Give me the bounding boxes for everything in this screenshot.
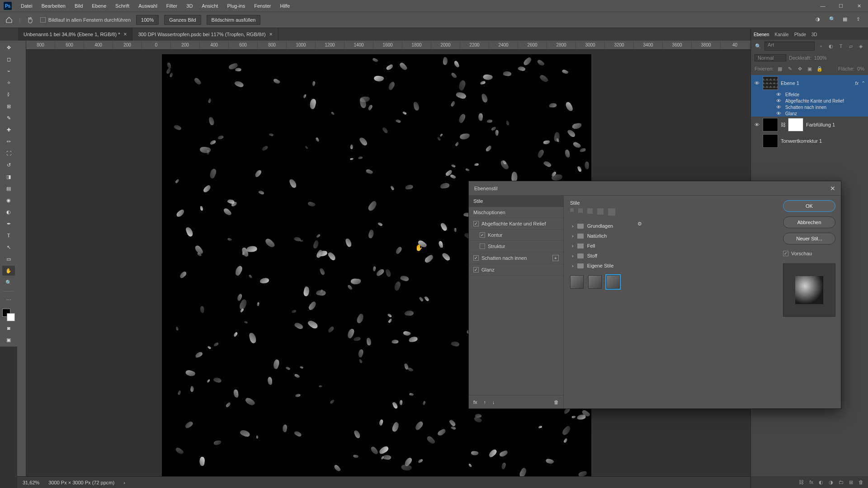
size-large-icon[interactable] xyxy=(597,208,604,215)
workspace-icon[interactable]: ▦ xyxy=(843,16,850,23)
type-tool-icon[interactable]: T xyxy=(2,230,15,240)
search-icon[interactable]: 🔍 xyxy=(829,16,836,23)
status-zoom[interactable]: 31,62% xyxy=(23,480,39,485)
eyedropper-tool-icon[interactable]: ✎ xyxy=(2,113,15,123)
menu-bild[interactable]: Bild xyxy=(70,1,87,10)
quickmask-icon[interactable]: ◙ xyxy=(2,323,15,333)
lasso-tool-icon[interactable]: ⌁ xyxy=(2,66,15,76)
fx-satin-row[interactable]: 👁Glanz xyxy=(751,110,868,117)
fx-bevel-row[interactable]: 👁Abgeflachte Kante und Relief xyxy=(751,98,868,104)
window-maximize-icon[interactable]: ☐ xyxy=(832,0,850,12)
doc-tab-2[interactable]: 300 DPI Wassertropfen.psdc bei 117% (Tro… xyxy=(132,28,278,41)
layer-name[interactable]: Farbfüllung 1 xyxy=(806,122,865,127)
link-layers-icon[interactable]: ⛓ xyxy=(799,479,804,485)
tab-kanaele[interactable]: Kanäle xyxy=(774,32,788,37)
styles-menu-icon[interactable]: ⚙ xyxy=(637,221,642,227)
bevel-item[interactable]: ✓Abgeflachte Kante und Relief xyxy=(469,218,563,230)
size-med1-icon[interactable] xyxy=(578,208,583,213)
layer-farbfuellung[interactable]: 👁 ⛓ Farbfüllung 1 xyxy=(751,117,868,133)
lock-artboard-icon[interactable]: ▣ xyxy=(806,65,813,72)
satin-item[interactable]: ✓Glanz xyxy=(469,264,563,276)
filter-adjust-icon[interactable]: ◐ xyxy=(827,42,835,50)
style-preset-3[interactable] xyxy=(606,275,620,289)
path-tool-icon[interactable]: ↖ xyxy=(2,242,15,252)
close-tab-icon[interactable]: × xyxy=(269,31,273,38)
dodge-tool-icon[interactable]: ◐ xyxy=(2,207,15,217)
size-xl-icon[interactable] xyxy=(608,208,615,216)
folder-stoff[interactable]: ›Stoff xyxy=(570,251,771,261)
blend-mode-select[interactable]: Normal xyxy=(755,54,786,61)
menu-hilfe[interactable]: Hilfe xyxy=(275,1,294,10)
mask-link-icon[interactable]: ⛓ xyxy=(781,122,785,127)
fill-screen-button[interactable]: Bildschirm ausfüllen xyxy=(207,15,261,25)
blur-tool-icon[interactable]: ◉ xyxy=(2,195,15,205)
window-minimize-icon[interactable]: — xyxy=(814,0,832,12)
home-icon[interactable] xyxy=(5,15,14,24)
tab-3d[interactable]: 3D xyxy=(811,32,817,37)
styles-header[interactable]: Stile xyxy=(469,196,563,207)
zoom-tool-icon[interactable]: 🔍 xyxy=(2,277,15,287)
move-up-icon[interactable]: ↑ xyxy=(484,399,486,405)
move-tool-icon[interactable]: ✥ xyxy=(2,42,15,52)
shape-tool-icon[interactable]: ▭ xyxy=(2,254,15,264)
layer-thumbnail[interactable] xyxy=(763,76,778,90)
texture-item[interactable]: Struktur xyxy=(469,241,563,252)
lock-all-icon[interactable]: 🔒 xyxy=(816,65,823,72)
ok-button[interactable]: OK xyxy=(783,200,835,212)
folder-grundlagen[interactable]: ›Grundlagen xyxy=(570,221,771,231)
color-swatches[interactable] xyxy=(2,309,15,321)
tab-ebenen[interactable]: Ebenen xyxy=(754,32,769,37)
menu-fenster[interactable]: Fenster xyxy=(250,1,275,10)
dialog-titlebar[interactable]: Ebenenstil ✕ xyxy=(469,181,841,196)
background-color[interactable] xyxy=(7,313,15,321)
inner-shadow-item[interactable]: ✓Schatten nach innen+ xyxy=(469,252,563,264)
menu-datei[interactable]: Datei xyxy=(16,1,37,10)
new-style-button[interactable]: Neuer Stil... xyxy=(783,233,835,244)
filter-smart-icon[interactable]: ◈ xyxy=(857,42,864,50)
scroll-all-windows-checkbox[interactable]: Bildlauf in allen Fenstern durchführen xyxy=(40,17,131,23)
hand-tool-icon[interactable] xyxy=(26,15,35,24)
menu-filter[interactable]: Filter xyxy=(162,1,182,10)
fx-collapse-icon[interactable]: ⌃ xyxy=(861,80,865,86)
menu-ansicht[interactable]: Ansicht xyxy=(197,1,222,10)
contour-item[interactable]: ✓Kontur xyxy=(469,230,563,241)
menu-bearbeiten[interactable]: Bearbeiten xyxy=(37,1,70,10)
layer-ebene-1[interactable]: 👁 Ebene 1 fx ⌃ xyxy=(751,75,868,91)
layer-tonwertkorrektur[interactable]: 👁 Tonwertkorrektur 1 xyxy=(751,133,868,149)
fx-effects-row[interactable]: 👁 Effekte xyxy=(751,91,868,98)
hand-tool-icon[interactable]: ✋ xyxy=(2,266,15,276)
layer-mask-icon[interactable]: ◐ xyxy=(819,479,823,485)
size-small-icon[interactable] xyxy=(570,208,574,212)
wand-tool-icon[interactable]: ✧ xyxy=(2,78,15,88)
menu-plugins[interactable]: Plug-ins xyxy=(222,1,250,10)
cloud-docs-icon[interactable]: ◑ xyxy=(816,16,823,23)
filter-type-icon[interactable]: 🔍 xyxy=(755,42,762,50)
group-icon[interactable]: 🗀 xyxy=(839,479,844,485)
cancel-button[interactable]: Abbrechen xyxy=(783,216,835,228)
frame-tool-icon[interactable]: ⊞ xyxy=(2,101,15,111)
dialog-close-icon[interactable]: ✕ xyxy=(830,185,835,192)
lock-pixels-icon[interactable]: ✎ xyxy=(786,65,793,72)
marquee-tool-icon[interactable]: ◻ xyxy=(2,54,15,64)
mask-thumbnail[interactable] xyxy=(788,118,803,131)
lock-position-icon[interactable]: ✥ xyxy=(796,65,803,72)
close-tab-icon[interactable]: × xyxy=(123,31,127,38)
status-arrow-icon[interactable]: › xyxy=(123,480,125,485)
visibility-icon[interactable]: 👁 xyxy=(754,80,760,86)
blending-options-item[interactable]: Mischoptionen xyxy=(469,207,563,218)
heal-tool-icon[interactable]: ✚ xyxy=(2,125,15,135)
layer-thumbnail[interactable] xyxy=(763,118,778,131)
status-docinfo[interactable]: 3000 Px × 3000 Px (72 ppcm) xyxy=(48,480,114,485)
size-med2-icon[interactable] xyxy=(587,208,593,214)
adjustment-layer-icon[interactable]: ◑ xyxy=(829,479,833,485)
filter-pixel-icon[interactable]: ▫ xyxy=(817,42,825,50)
opacity-value[interactable]: 100% xyxy=(814,55,827,61)
layer-name[interactable]: Tonwertkorrektur 1 xyxy=(781,138,865,144)
doc-tab-1[interactable]: Unbenannt-1 bei 34,8% (Ebene 1, RGB/8) *… xyxy=(18,28,132,41)
filter-shape-icon[interactable]: ▱ xyxy=(847,42,854,50)
pen-tool-icon[interactable]: ✒ xyxy=(2,219,15,229)
edit-toolbar-icon[interactable]: ⋯ xyxy=(2,295,15,305)
menu-3d[interactable]: 3D xyxy=(182,1,197,10)
filter-type-icon[interactable]: T xyxy=(837,42,844,50)
fx-menu-icon[interactable]: fx xyxy=(473,399,477,405)
